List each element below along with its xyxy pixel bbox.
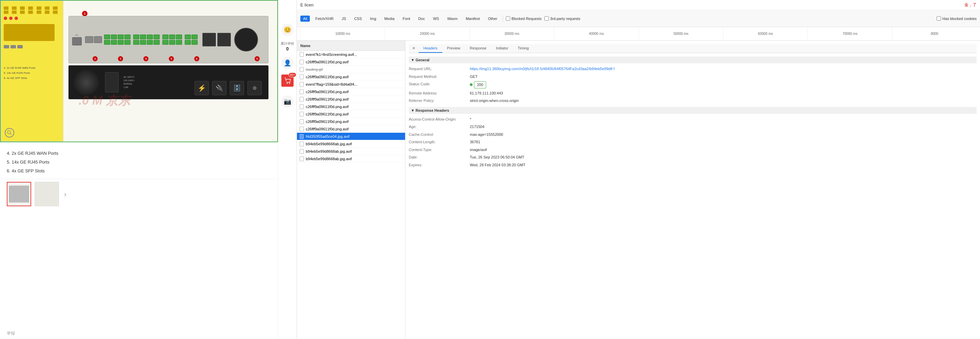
spec-line-4: 4. 2x GE RJ45 WAN Ports (7, 149, 210, 158)
request-item[interactable]: c26fff9a09611f0d.png.avif (297, 88, 405, 95)
report-link[interactable]: 举报 (7, 331, 15, 336)
camera-icon[interactable]: 📷 (282, 95, 294, 108)
filter-media[interactable]: Media (382, 16, 397, 22)
tick-5: 50000 ms (639, 27, 723, 40)
status-200-box: 200 (474, 81, 486, 89)
cart-icon (284, 77, 291, 84)
content-length-value: 36781 (470, 139, 480, 145)
rating-count: 0 (281, 46, 294, 51)
request-list-header: Name (297, 41, 405, 51)
response-headers-section-header: ▼ Response Headers (409, 107, 977, 114)
request-item[interactable]: c26fff9a09611f0d.png.avif (297, 118, 405, 125)
request-name: b94eb5e99d8668ab.jpg.avif (306, 142, 402, 146)
tab-response[interactable]: Response (465, 44, 492, 53)
response-headers-title: ▼ Response Headers (411, 108, 449, 112)
cart-button[interactable]: 99+ (282, 74, 294, 87)
tab-initiator[interactable]: Initiator (491, 44, 513, 53)
tick-8: 8000 (892, 27, 977, 40)
price-text: 金，了 (964, 2, 977, 8)
timeline-bar: 10000 ms 20000 ms 30000 ms 40000 ms 5000… (297, 27, 980, 41)
request-item[interactable]: b94eb5e99d8668ab.jpg.avif (297, 140, 405, 148)
request-name: c26fff9a09611f0d.png.avif (306, 75, 402, 79)
close-detail-btn[interactable]: ✕ (409, 44, 418, 53)
search-magnify-icon[interactable] (5, 128, 14, 138)
request-name: f4d350f55ad5ce04.jpg.avif (306, 135, 402, 138)
age-label: Age: (409, 124, 470, 130)
side-action-panel: 😊 累计评价 0 👤 99+ 📷 (278, 0, 297, 339)
filter-other[interactable]: Other (485, 16, 500, 22)
filter-doc[interactable]: Doc (415, 16, 428, 22)
blocked-requests-checkbox[interactable]: Blocked Requests (506, 16, 542, 21)
request-name: loading.gif (306, 67, 402, 71)
svg-point-2 (287, 83, 288, 84)
content-length-row: Content-Length: 36781 (409, 139, 977, 145)
request-item[interactable]: loading.gif (297, 66, 405, 73)
request-item[interactable]: b94eb5e99d8668ab.jpg.avif (297, 155, 405, 163)
file-icon (300, 89, 304, 94)
file-icon (300, 104, 304, 109)
device-icon-2: 🔌 (212, 81, 226, 95)
age-row: Age: 2171504 (409, 124, 977, 130)
request-item[interactable]: b94eb5e99d8668ab.jpg.avif (297, 148, 405, 155)
has-blocked-cookies-checkbox[interactable]: Has blocked cookies (937, 16, 977, 21)
next-thumbnail-arrow[interactable]: › (62, 189, 68, 200)
thumbnail-1[interactable] (7, 182, 31, 206)
filter-all[interactable]: All (300, 16, 310, 22)
devtools-panel: E licen 金，了 All Fetch/XHR JS CSS Img Med… (297, 0, 980, 339)
filter-ws[interactable]: WS (430, 16, 442, 22)
filter-css[interactable]: CSS (352, 16, 365, 22)
expires-value: Wed, 28 Feb 2024 03:38:20 GMT (470, 162, 525, 168)
svg-point-0 (8, 131, 11, 134)
request-item[interactable]: c26fff9a09611f0d.png.avif (297, 125, 405, 133)
detail-tabs: ✕ Headers Preview Response Initiator Tim… (409, 44, 977, 53)
tab-headers[interactable]: Headers (418, 44, 442, 53)
date-row: Date: Tue, 26 Sep 2023 06:50:04 GMT (409, 154, 977, 160)
tab-preview[interactable]: Preview (442, 44, 465, 53)
svg-point-3 (289, 83, 290, 84)
file-icon (300, 74, 304, 79)
jd-watermark: .0 M 京东 (79, 92, 130, 109)
request-item[interactable]: c26fff9a09611f0d.png.avif (297, 103, 405, 111)
request-name: c26fff9a09611f0d.png.avif (306, 127, 402, 131)
access-control-row: Access-Control-Allow-Origin: * (409, 117, 977, 122)
file-icon (300, 127, 304, 131)
request-item[interactable]: c26fff9a09611f0d.png.avif (297, 95, 405, 103)
request-item[interactable]: c26fff9a09611f0d.png.avif (297, 73, 405, 81)
person-icon[interactable]: 👤 (282, 57, 294, 69)
filter-manifest[interactable]: Manifest (463, 16, 483, 22)
name-column-header: Name (300, 44, 310, 48)
filter-wasm[interactable]: Wasm (444, 16, 460, 22)
referrer-policy-row: Referrer Policy: strict-origin-when-cros… (409, 98, 977, 104)
filter-font[interactable]: Font (400, 16, 413, 22)
cache-control-value: max-age=15552000 (470, 132, 503, 138)
third-party-checkbox[interactable]: 3rd-party requests (544, 16, 580, 21)
file-icon (300, 60, 304, 64)
request-name: c26fff9a09611f0d.png.avif (306, 90, 402, 94)
file-icon (300, 119, 304, 124)
third-party-input[interactable] (544, 16, 549, 21)
product-panel: 4. 2x GE RJ45 WAN Ports 5. 14x GE RJ45 P… (0, 0, 278, 339)
emoji-icon[interactable]: 😊 (282, 24, 294, 36)
device-icon-1: ⚡ (194, 81, 209, 95)
file-icon (300, 149, 304, 154)
blocked-requests-input[interactable] (506, 16, 510, 21)
thumbnail-row: › (0, 179, 278, 209)
filter-img[interactable]: Img (368, 16, 379, 22)
has-blocked-cookies-input[interactable] (937, 16, 941, 21)
request-item[interactable]: event?k1=firstScreenImg.avif... (297, 51, 405, 58)
detail-panel: ✕ Headers Preview Response Initiator Tim… (406, 41, 980, 339)
request-item[interactable]: c26fff9a09611f0d.png.avif (297, 58, 405, 66)
request-item[interactable]: f4d350f55ad5ce04.jpg.avif (297, 133, 405, 140)
tick-1: 10000 ms (300, 27, 385, 40)
vent-honeycomb (73, 70, 99, 95)
filter-fetch-xhr[interactable]: Fetch/XHR (313, 16, 336, 22)
cart-badge: 99+ (288, 73, 296, 77)
request-name: c26fff9a09611f0d.png.avif (306, 60, 402, 64)
indicator-dot (4, 17, 7, 20)
filter-js[interactable]: JS (339, 16, 349, 22)
request-item[interactable]: c26fff9a09611f0d.png.avif (297, 111, 405, 118)
tab-timing[interactable]: Timing (513, 44, 533, 53)
tick-4: 40000 ms (554, 27, 638, 40)
thumbnail-2[interactable] (35, 182, 59, 206)
request-item[interactable]: event?flag=159&sid=8d4a6f4... (297, 81, 405, 88)
